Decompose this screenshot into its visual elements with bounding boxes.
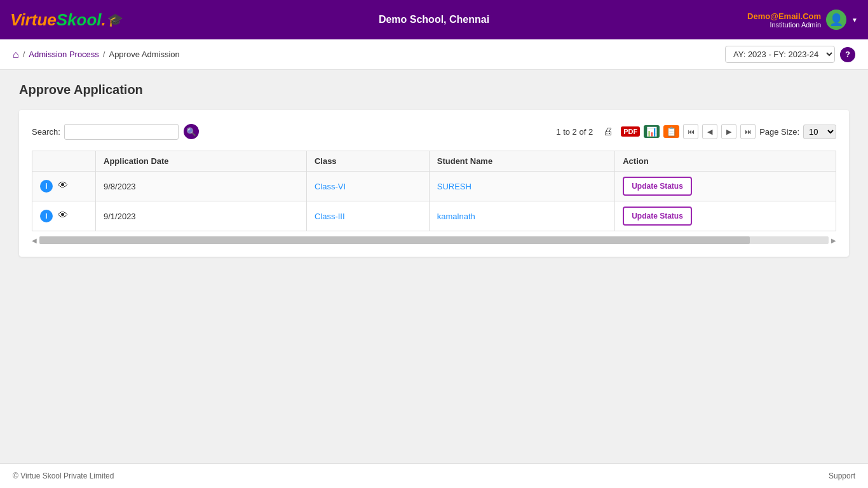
copyright-text: © Virtue Skool Private Limited (13, 471, 114, 480)
page-size-label: Page Size: (759, 127, 799, 137)
excel2-icon: 📋 (666, 126, 677, 137)
class-cell: Class-VI (306, 172, 429, 201)
view-icon[interactable]: 👁 (58, 180, 68, 191)
print-icon: 🖨 (603, 126, 613, 137)
action-cell: Update Status (615, 201, 836, 231)
table-toolbar: Search: 🔍 1 to 2 of 2 🖨 PDF 📊 (32, 123, 836, 140)
student-name-cell: SURESH (429, 172, 614, 201)
update-status-button[interactable]: Update Status (623, 177, 692, 196)
ay-dropdown[interactable]: AY: 2023 - FY: 2023-24 (725, 46, 835, 63)
main-content: Approve Application Search: 🔍 1 to 2 of … (0, 70, 868, 463)
logo: VirtueSkool. 🎓 (10, 10, 123, 30)
search-label: Search: (32, 127, 60, 137)
next-page-button[interactable]: ▶ (721, 124, 736, 139)
breadcrumb-sep-2: / (103, 50, 105, 59)
class-cell: Class-III (306, 201, 429, 231)
breadcrumb-sep-1: / (23, 50, 25, 59)
col-action: Action (615, 151, 836, 172)
update-status-button[interactable]: Update Status (623, 207, 692, 226)
horizontal-scrollbar[interactable] (39, 236, 829, 244)
page-title: Approve Application (19, 83, 849, 97)
row-icons-cell: i 👁 (32, 201, 96, 231)
excel2-button[interactable]: 📋 (663, 125, 679, 138)
student-name-link[interactable]: SURESH (437, 182, 471, 191)
table-row: i 👁 9/1/2023 Class-III kamalnath (32, 201, 836, 231)
user-area: Demo@Email.Com Institution Admin 👤 ▼ (747, 10, 858, 30)
user-email: Demo@Email.Com (747, 11, 821, 21)
view-icon[interactable]: 👁 (58, 210, 68, 221)
action-cell: Update Status (615, 172, 836, 201)
search-input[interactable] (64, 124, 179, 140)
scroll-right-arrow[interactable]: ▶ (831, 237, 836, 244)
school-name: Demo School, Chennai (379, 14, 489, 25)
info-icon[interactable]: i (40, 210, 53, 222)
help-button[interactable]: ? (840, 47, 855, 62)
info-icon[interactable]: i (40, 180, 53, 193)
table-scroll-area: Application Date Class Student Name Acti… (32, 151, 836, 231)
logo-cap-icon: 🎓 (107, 12, 123, 27)
ay-selector: AY: 2023 - FY: 2023-24 ? (725, 46, 855, 63)
excel-button[interactable]: 📊 (644, 125, 660, 138)
logo-dot: . (102, 10, 106, 29)
student-name-link[interactable]: kamalnath (437, 212, 475, 221)
col-application-date: Application Date (96, 151, 307, 172)
table-card: Search: 🔍 1 to 2 of 2 🖨 PDF 📊 (19, 110, 849, 257)
table-row: i 👁 9/8/2023 Class-VI SURESH (32, 172, 836, 201)
user-info: Demo@Email.Com Institution Admin (747, 11, 821, 29)
pagination-info: 1 to 2 of 2 (556, 127, 593, 137)
search-area: Search: 🔍 (32, 123, 200, 140)
applications-table: Application Date Class Student Name Acti… (32, 151, 836, 231)
search-button[interactable]: 🔍 (182, 123, 200, 140)
footer: © Virtue Skool Private Limited Support (0, 463, 868, 488)
prev-page-button[interactable]: ◀ (702, 124, 717, 139)
breadcrumb-current: Approve Admission (109, 50, 179, 59)
logo-skool: Skool (57, 10, 102, 29)
user-dropdown-arrow[interactable]: ▼ (851, 17, 858, 24)
support-link[interactable]: Support (829, 471, 855, 480)
breadcrumb-bar: ⌂ / Admission Process / Approve Admissio… (0, 39, 868, 70)
student-name-cell: kamalnath (429, 201, 614, 231)
eye-emoji: 👁 (58, 180, 68, 191)
page-size-select[interactable]: 10 25 50 100 (803, 125, 836, 139)
application-date-cell: 9/1/2023 (96, 201, 307, 231)
logo-virtue: Virtue (10, 10, 57, 29)
search-icon: 🔍 (184, 124, 199, 139)
breadcrumb: ⌂ / Admission Process / Approve Admissio… (13, 49, 180, 60)
last-page-button[interactable]: ⏭ (740, 124, 756, 139)
breadcrumb-admission-process[interactable]: Admission Process (29, 50, 99, 59)
col-icons (32, 151, 96, 172)
user-role: Institution Admin (747, 21, 821, 29)
class-link[interactable]: Class-III (315, 212, 345, 221)
right-toolbar: 1 to 2 of 2 🖨 PDF 📊 📋 ⏮ ◀ ▶ (556, 123, 836, 140)
table-header-row: Application Date Class Student Name Acti… (32, 151, 836, 172)
app-header: VirtueSkool. 🎓 Demo School, Chennai Demo… (0, 0, 868, 39)
avatar[interactable]: 👤 (826, 10, 846, 30)
home-icon[interactable]: ⌂ (13, 49, 19, 60)
col-student-name: Student Name (429, 151, 614, 172)
scroll-left-arrow[interactable]: ◀ (32, 237, 37, 244)
first-page-button[interactable]: ⏮ (683, 124, 698, 139)
row-icons-cell: i 👁 (32, 172, 96, 201)
col-class: Class (306, 151, 429, 172)
application-date-cell: 9/8/2023 (96, 172, 307, 201)
excel-icon: 📊 (646, 126, 657, 137)
pdf-button[interactable]: PDF (621, 126, 640, 137)
class-link[interactable]: Class-VI (315, 182, 346, 191)
eye-emoji: 👁 (58, 210, 68, 221)
print-button[interactable]: 🖨 (599, 123, 617, 140)
